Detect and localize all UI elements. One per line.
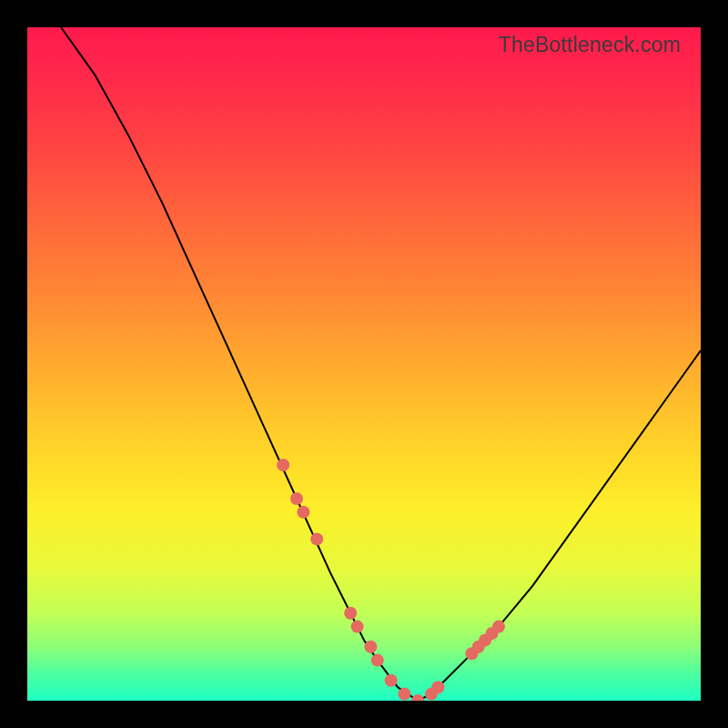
watermark-text: TheBottleneck.com	[499, 33, 681, 57]
highlight-dot	[411, 694, 424, 701]
highlight-dot	[385, 674, 398, 687]
chart-frame: TheBottleneck.com	[18, 18, 710, 710]
highlight-dot	[290, 492, 303, 505]
highlight-dots-group	[277, 459, 505, 701]
bottleneck-curve	[61, 27, 701, 701]
highlight-dot	[364, 641, 377, 653]
highlight-dot	[344, 607, 357, 620]
plot-area: TheBottleneck.com	[27, 27, 701, 701]
curve-layer	[27, 27, 701, 701]
highlight-dot	[297, 506, 309, 519]
highlight-dot	[431, 681, 444, 693]
highlight-dot	[492, 621, 505, 633]
highlight-dot	[351, 621, 364, 633]
highlight-dot	[310, 532, 323, 545]
highlight-dot	[371, 654, 384, 667]
highlight-dot	[398, 688, 410, 701]
highlight-dot	[277, 459, 289, 471]
